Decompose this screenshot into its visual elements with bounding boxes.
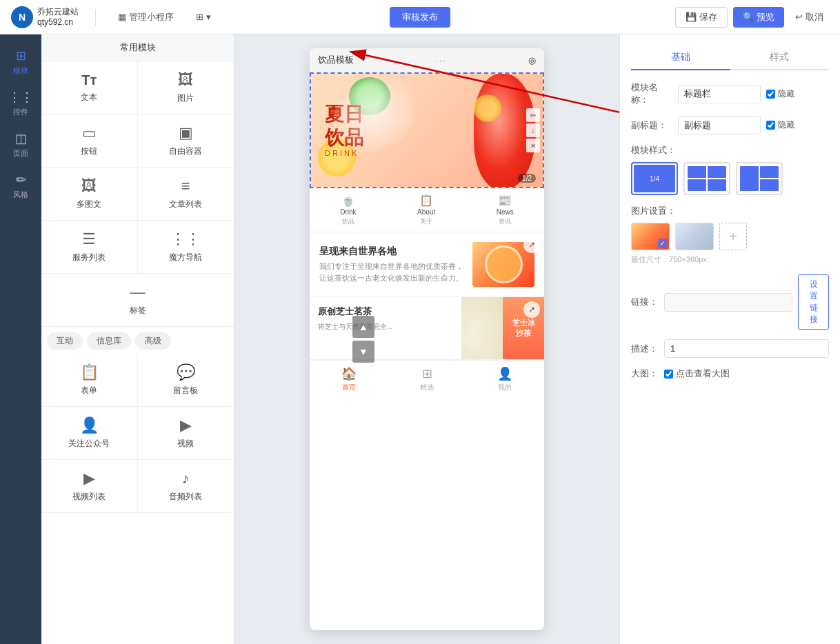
phone-template-name: 饮品模板 bbox=[318, 54, 354, 66]
panel-item-follow[interactable]: 👤 关注公众号 bbox=[41, 407, 138, 460]
banner-edit-pencil[interactable]: ✏ bbox=[526, 108, 540, 122]
apps-icon: ⊞ bbox=[196, 12, 203, 22]
panel-item-nav[interactable]: ⋮⋮ 魔方导航 bbox=[138, 221, 234, 274]
nav-tab-news[interactable]: 📰 News 资讯 bbox=[497, 194, 514, 226]
subtitle-input[interactable] bbox=[678, 116, 761, 134]
multiimage-icon: 🖼 bbox=[81, 177, 97, 195]
desc-row: 描述： bbox=[631, 339, 829, 358]
sidebar-item-page[interactable]: ◫ 页面 bbox=[13, 124, 28, 165]
cancel-button[interactable]: ↩ 取消 bbox=[790, 8, 829, 27]
scroll-down-button[interactable]: ▼ bbox=[352, 341, 374, 363]
comment-icon: 💬 bbox=[177, 363, 195, 381]
bigimg-checkbox[interactable] bbox=[664, 370, 673, 379]
preview-button[interactable]: 🔍 预览 bbox=[733, 7, 784, 28]
module-name-input[interactable] bbox=[678, 85, 761, 103]
video-icon: ▶ bbox=[180, 416, 192, 434]
style-icon: ✏ bbox=[16, 172, 26, 188]
img-add-button[interactable]: + bbox=[719, 223, 747, 250]
desc-input[interactable] bbox=[664, 339, 829, 358]
scroll-up-button[interactable]: ▲ bbox=[352, 316, 374, 338]
save-button[interactable]: 💾 保存 bbox=[675, 7, 728, 28]
link-input[interactable] bbox=[664, 293, 792, 312]
bottom-nav-home[interactable]: 🏠 首页 bbox=[341, 366, 357, 392]
img-settings-label: 图片设置： bbox=[631, 205, 829, 217]
panel-item-service[interactable]: ☰ 服务列表 bbox=[41, 221, 138, 274]
logo[interactable]: N 乔拓云建站 qty592.cn bbox=[11, 6, 79, 28]
style-option-2[interactable] bbox=[683, 162, 730, 195]
apps-menu[interactable]: ⊞ ▾ bbox=[190, 9, 217, 25]
manage-miniapp-menu[interactable]: ▦ 管理小程序 bbox=[112, 8, 179, 26]
subtitle-label: 副标题： bbox=[631, 119, 672, 132]
main-layout: ⊞ 模块 ⋮⋮ 控件 ◫ 页面 ✏ 风格 常用模块 Tт 文本 🖼 图片 bbox=[0, 34, 840, 644]
phone-bottom-nav: 🏠 首页 ⊞ 精选 👤 我的 bbox=[310, 360, 544, 395]
nav-tab-about[interactable]: 📋 About 关于 bbox=[417, 194, 435, 226]
panel-item-article[interactable]: ≡ 文章列表 bbox=[138, 168, 234, 221]
sidebar-item-style[interactable]: ✏ 风格 bbox=[13, 165, 28, 207]
image-settings-section: 图片设置： ✓ + 最佳尺寸：750×360px bbox=[631, 205, 829, 265]
module-name-hide-checkbox[interactable] bbox=[766, 90, 775, 99]
bottom-nav-profile[interactable]: 👤 我的 bbox=[497, 366, 512, 392]
search-icon: 🔍 bbox=[743, 12, 754, 22]
follow-icon: 👤 bbox=[80, 416, 99, 434]
tea-cup bbox=[485, 245, 523, 283]
icetea-label: 芝士冰 沙茶 bbox=[512, 318, 535, 339]
panel-item-text[interactable]: Tт 文本 bbox=[41, 61, 138, 114]
phone-frame: 饮品模板 ··· ◎ 夏日 饮品 DRINK bbox=[310, 48, 544, 630]
share-button-2[interactable]: ↗ bbox=[523, 301, 540, 318]
panel-item-audio[interactable]: ♪ 音频列表 bbox=[138, 460, 234, 513]
style-option-1[interactable]: 1/4 bbox=[631, 162, 678, 195]
phone-menu-dots[interactable]: ··· bbox=[435, 55, 447, 66]
nav-tab-about-sub: 关于 bbox=[420, 217, 432, 226]
section-world-desc: 我们专注于呈现来自世界各地的优质茶香，让这茶饮这一古老文化焕发出新的生命力。 bbox=[319, 261, 464, 283]
panel-item-form[interactable]: 📋 表单 bbox=[41, 354, 138, 407]
nav-tab-drink[interactable]: 🍵 Drink 饮品 bbox=[340, 194, 356, 226]
phone-header: 饮品模板 ··· ◎ bbox=[310, 48, 544, 72]
section-cheese-title: 原创芝士茗茶 bbox=[318, 305, 453, 318]
tab-interactive[interactable]: 互动 bbox=[47, 332, 83, 350]
set-link-button[interactable]: 设置链接 bbox=[798, 274, 829, 330]
right-tab-style[interactable]: 样式 bbox=[730, 46, 830, 69]
panel-item-tag[interactable]: — 标签 bbox=[41, 274, 234, 327]
panel-item-videolist[interactable]: ▶ 视频列表 bbox=[41, 460, 138, 513]
tab-database[interactable]: 信息库 bbox=[87, 332, 131, 350]
section-world-text: 呈现来自世界各地 我们专注于呈现来自世界各地的优质茶香，让这茶饮这一古老文化焕发… bbox=[319, 245, 464, 283]
publish-button[interactable]: 审核发布 bbox=[390, 7, 450, 28]
featured-icon: ⊞ bbox=[422, 366, 432, 381]
subtitle-hide-check: 隐藏 bbox=[766, 119, 794, 131]
thumb-1-image: ✓ bbox=[632, 223, 669, 250]
thumb-1-checkmark: ✓ bbox=[660, 240, 666, 247]
nav-tabs-row: 🍵 Drink 饮品 📋 About 关于 📰 News 资讯 bbox=[310, 188, 544, 232]
sidebar-item-widget[interactable]: ⋮⋮ 控件 bbox=[8, 83, 33, 124]
topbar: N 乔拓云建站 qty592.cn ▦ 管理小程序 ⊞ ▾ 审核发布 💾 保存 … bbox=[0, 0, 840, 34]
banner-edit-close[interactable]: ✕ bbox=[526, 139, 540, 152]
img-thumb-2[interactable] bbox=[675, 223, 714, 250]
banner-edit-buttons: ✏ ↓ ✕ bbox=[526, 108, 540, 152]
banner-edit-down[interactable]: ↓ bbox=[526, 123, 540, 137]
panel-item-container[interactable]: ▣ 自由容器 bbox=[138, 114, 234, 168]
panel-grid: Tт 文本 🖼 图片 ▭ 按钮 ▣ 自由容器 🖼 多图文 ≡ 文章列表 bbox=[41, 61, 234, 327]
right-tab-basic[interactable]: 基础 bbox=[631, 46, 730, 70]
panel-item-video[interactable]: ▶ 视频 bbox=[138, 407, 234, 460]
bottom-nav-featured[interactable]: ⊞ 精选 bbox=[420, 366, 434, 392]
tab-advanced[interactable]: 高级 bbox=[135, 332, 171, 350]
module-icon: ⊞ bbox=[16, 48, 26, 63]
panel-item-comment[interactable]: 💬 留言板 bbox=[138, 354, 234, 407]
banner-area[interactable]: 夏日 饮品 DRINK 1/2 ✏ ↓ ✕ bbox=[310, 72, 544, 188]
panel-item-button[interactable]: ▭ 按钮 bbox=[41, 114, 138, 168]
subtitle-hide-checkbox[interactable] bbox=[766, 121, 775, 130]
home-icon: 🏠 bbox=[341, 366, 357, 381]
section-cheese: 原创芝士茗茶 将芝士与天然茗茶完全... 芝士冰 沙茶 ↗ bbox=[310, 297, 544, 360]
cream-texture bbox=[461, 297, 503, 359]
sidebar-item-module[interactable]: ⊞ 模块 bbox=[13, 41, 28, 83]
undo-icon: ↩ bbox=[795, 12, 803, 22]
canvas: 饮品模板 ··· ◎ 夏日 饮品 DRINK bbox=[234, 34, 619, 644]
share-button[interactable]: ↗ bbox=[523, 237, 540, 253]
sidebar-left: ⊞ 模块 ⋮⋮ 控件 ◫ 页面 ✏ 风格 bbox=[0, 34, 41, 644]
separator bbox=[95, 9, 96, 26]
img-thumb-1[interactable]: ✓ bbox=[631, 223, 670, 250]
panel-item-image[interactable]: 🖼 图片 bbox=[138, 61, 234, 114]
panel-item-multiimage[interactable]: 🖼 多图文 bbox=[41, 168, 138, 221]
style-option-3[interactable] bbox=[736, 162, 783, 195]
style-preview-1: 1/4 bbox=[634, 165, 675, 192]
style-p2-3 bbox=[688, 179, 706, 191]
